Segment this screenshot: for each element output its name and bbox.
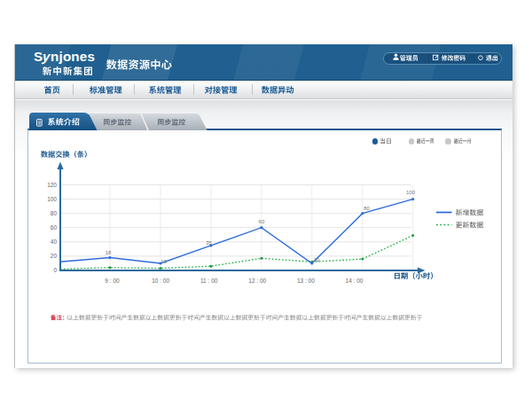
svg-text:40: 40 (51, 239, 58, 245)
svg-text:13 : 00: 13 : 00 (297, 278, 315, 284)
svg-text:60: 60 (51, 224, 58, 231)
svg-text:80: 80 (364, 206, 370, 211)
svg-text:18: 18 (106, 250, 112, 255)
svg-text:10 : 00: 10 : 00 (152, 278, 169, 284)
svg-text:14 : 00: 14 : 00 (346, 278, 364, 284)
svg-text:0: 0 (53, 267, 57, 273)
svg-text:60: 60 (259, 219, 265, 224)
svg-text:10: 10 (314, 257, 320, 262)
svg-text:80: 80 (51, 210, 58, 216)
svg-text:100: 100 (47, 196, 57, 202)
svg-text:9 : 00: 9 : 00 (105, 278, 120, 284)
svg-text:35: 35 (206, 240, 212, 246)
svg-text:20: 20 (51, 253, 58, 259)
svg-text:10: 10 (160, 259, 167, 264)
svg-text:12 : 00: 12 : 00 (248, 278, 266, 284)
svg-text:11 : 00: 11 : 00 (200, 278, 218, 284)
svg-text:100: 100 (406, 190, 416, 195)
svg-text:120: 120 (47, 182, 57, 188)
